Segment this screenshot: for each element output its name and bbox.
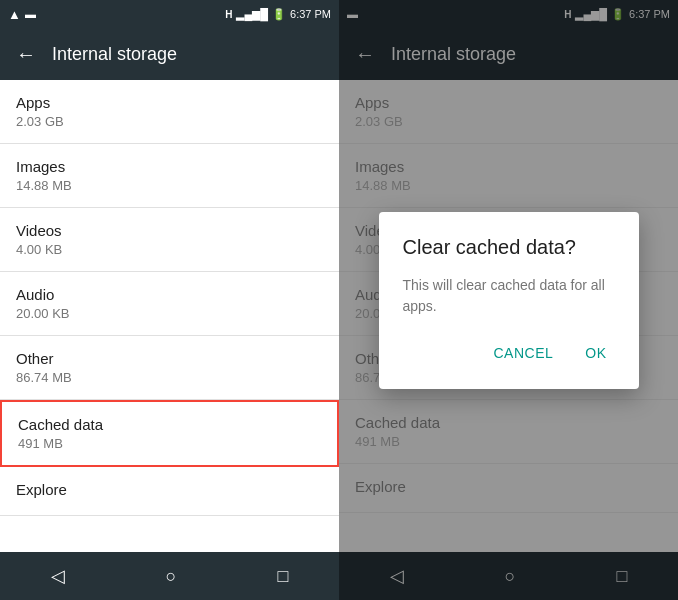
list-item-audio-left[interactable]: Audio 20.00 KB (0, 272, 339, 336)
item-value-images: 14.88 MB (16, 178, 323, 193)
item-value-other: 86.74 MB (16, 370, 323, 385)
item-name-images: Images (16, 158, 323, 175)
list-item-videos-left[interactable]: Videos 4.00 KB (0, 208, 339, 272)
dialog-actions: CANCEL OK (403, 341, 615, 365)
storage-list-left: Apps 2.03 GB Images 14.88 MB Videos 4.00… (0, 80, 339, 552)
right-panel: ▬ H ▂▄▆█ 🔋 6:37 PM ← Internal storage Ap… (339, 0, 678, 600)
ok-button[interactable]: OK (577, 341, 614, 365)
item-name-cached: Cached data (18, 416, 321, 433)
dialog-overlay: Clear cached data? This will clear cache… (339, 0, 678, 600)
recents-nav-left[interactable]: □ (258, 558, 309, 595)
list-item-images-left[interactable]: Images 14.88 MB (0, 144, 339, 208)
dialog-message: This will clear cached data for all apps… (403, 275, 615, 317)
status-bar-left: ▲ ▬ H ▂▄▆█ 🔋 6:37 PM (0, 0, 339, 28)
back-button-left[interactable]: ← (16, 43, 36, 66)
wifi-icon: ▲ (8, 7, 21, 22)
item-name-audio: Audio (16, 286, 323, 303)
list-item-explore-left[interactable]: Explore (0, 467, 339, 516)
item-value-videos: 4.00 KB (16, 242, 323, 257)
list-item-cached-left[interactable]: Cached data 491 MB (0, 400, 339, 467)
notification-icon: ▬ (25, 8, 36, 20)
dialog-title: Clear cached data? (403, 236, 615, 259)
clear-cache-dialog: Clear cached data? This will clear cache… (379, 212, 639, 389)
h-badge: H (225, 9, 232, 20)
item-name-explore: Explore (16, 481, 323, 498)
page-title-left: Internal storage (52, 44, 177, 65)
list-item-apps-left[interactable]: Apps 2.03 GB (0, 80, 339, 144)
item-value-apps: 2.03 GB (16, 114, 323, 129)
status-bar-right-icons: H ▂▄▆█ 🔋 6:37 PM (225, 8, 331, 21)
status-bar-left-icons: ▲ ▬ (8, 7, 36, 22)
item-name-other: Other (16, 350, 323, 367)
item-name-apps: Apps (16, 94, 323, 111)
bottom-nav-left: ◁ ○ □ (0, 552, 339, 600)
back-nav-left[interactable]: ◁ (31, 557, 85, 595)
list-item-other-left[interactable]: Other 86.74 MB (0, 336, 339, 400)
item-value-cached: 491 MB (18, 436, 321, 451)
left-panel: ▲ ▬ H ▂▄▆█ 🔋 6:37 PM ← Internal storage … (0, 0, 339, 600)
battery-icon: 🔋 (272, 8, 286, 21)
item-name-videos: Videos (16, 222, 323, 239)
top-bar-left: ← Internal storage (0, 28, 339, 80)
time-left: 6:37 PM (290, 8, 331, 20)
item-value-audio: 20.00 KB (16, 306, 323, 321)
signal-bars: ▂▄▆█ (236, 8, 268, 21)
cancel-button[interactable]: CANCEL (485, 341, 561, 365)
home-nav-left[interactable]: ○ (146, 558, 197, 595)
